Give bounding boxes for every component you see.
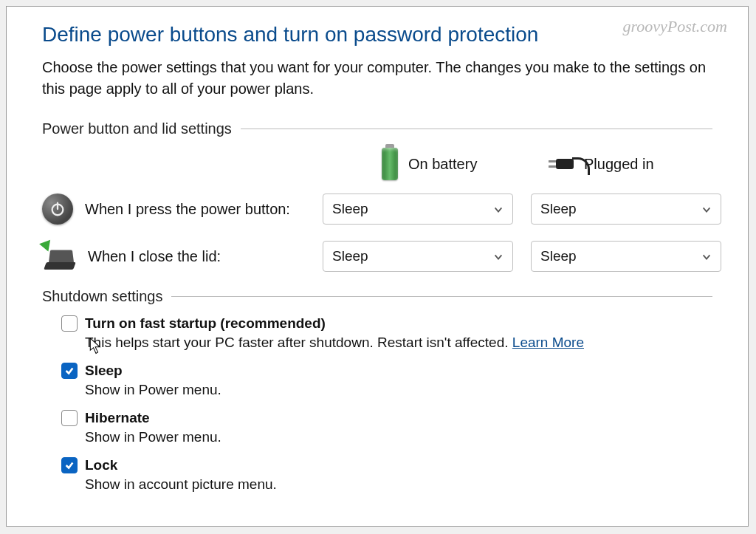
- setting-row-close-lid: When I close the lid: Sleep Sleep: [42, 241, 712, 272]
- shutdown-desc-lock: Show in account picture menu.: [85, 476, 712, 493]
- learn-more-link[interactable]: Learn More: [512, 335, 584, 350]
- dropdown-close-lid-battery[interactable]: Sleep: [323, 241, 513, 272]
- shutdown-item-fast-startup: Turn on fast startup (recommended) This …: [61, 315, 712, 351]
- dropdown-value: Sleep: [332, 248, 368, 264]
- power-button-icon: [42, 194, 73, 225]
- dropdown-value: Sleep: [332, 201, 368, 217]
- divider: [241, 129, 712, 129]
- chevron-down-icon: [493, 250, 504, 260]
- dropdown-value: Sleep: [540, 201, 577, 217]
- dropdown-power-button-plugged[interactable]: Sleep: [531, 194, 721, 225]
- checkbox-hibernate[interactable]: [61, 410, 78, 426]
- page-title: Define power buttons and turn on passwor…: [42, 23, 712, 47]
- column-header-battery-label: On battery: [408, 156, 477, 173]
- section-shutdown-header: Shutdown settings: [42, 288, 712, 305]
- setting-row-power-button: When I press the power button: Sleep Sle…: [42, 194, 712, 225]
- shutdown-desc-hibernate: Show in Power menu.: [85, 429, 712, 445]
- column-header-plugged: Plugged in: [522, 154, 721, 174]
- section-power-lid-label: Power button and lid settings: [42, 120, 232, 137]
- shutdown-title-sleep: Sleep: [85, 363, 123, 379]
- panel: groovyPost.com Define power buttons and …: [6, 6, 749, 527]
- shutdown-desc-fast-startup: This helps start your PC faster after sh…: [85, 335, 712, 351]
- shutdown-title-fast-startup: Turn on fast startup (recommended): [85, 315, 326, 332]
- column-header-battery: On battery: [323, 148, 522, 180]
- dropdown-close-lid-plugged[interactable]: Sleep: [531, 241, 721, 272]
- shutdown-item-sleep: Sleep Show in Power menu.: [61, 363, 712, 398]
- chevron-down-icon: [493, 202, 504, 213]
- shutdown-title-lock: Lock: [85, 457, 117, 473]
- checkbox-sleep[interactable]: [61, 363, 78, 379]
- shutdown-item-lock: Lock Show in account picture menu.: [61, 457, 712, 493]
- section-shutdown-label: Shutdown settings: [42, 288, 162, 305]
- chevron-down-icon: [701, 250, 712, 260]
- checkbox-lock[interactable]: [61, 457, 78, 473]
- setting-label-close-lid: When I close the lid:: [88, 248, 221, 265]
- dropdown-value: Sleep: [540, 248, 577, 264]
- column-header-plugged-label: Plugged in: [584, 156, 654, 173]
- watermark: groovyPost.com: [622, 17, 727, 36]
- page-description: Choose the power settings that you want …: [42, 57, 712, 100]
- chevron-down-icon: [701, 202, 712, 213]
- checkbox-fast-startup[interactable]: [61, 315, 78, 332]
- shutdown-item-hibernate: Hibernate Show in Power menu.: [61, 410, 712, 445]
- shutdown-desc-sleep: Show in Power menu.: [85, 382, 712, 398]
- shutdown-title-hibernate: Hibernate: [85, 410, 150, 426]
- close-lid-icon: [42, 243, 76, 270]
- dropdown-power-button-battery[interactable]: Sleep: [323, 194, 513, 225]
- section-power-lid-header: Power button and lid settings: [42, 120, 712, 137]
- setting-label-power-button: When I press the power button:: [85, 201, 290, 218]
- battery-icon: [382, 148, 398, 180]
- plug-icon: [537, 154, 574, 174]
- divider: [171, 296, 712, 297]
